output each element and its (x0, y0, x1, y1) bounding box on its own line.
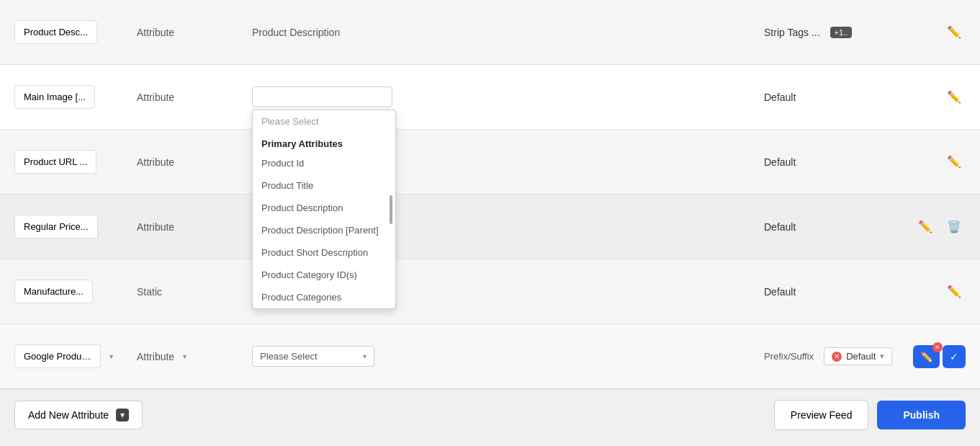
edit-confirm-group: ✏️ ✕ ✓ (913, 345, 966, 368)
col-type-manufacturer: Static (137, 286, 252, 298)
dropdown-option-product-id[interactable]: Product Id (253, 152, 395, 174)
col-type-regular-price: Attribute (137, 221, 252, 233)
tag-default-label: Default (846, 351, 876, 362)
col-actions-regular-price: ✏️ 🗑️ (908, 215, 966, 238)
google-product-arrow[interactable]: ▾ (109, 352, 113, 360)
col-actions-google-product: ✏️ ✕ ✓ (908, 345, 966, 368)
pencil-icon-active: ✏️ (920, 351, 932, 362)
scrollbar (390, 195, 392, 224)
checkmark-icon: ✓ (950, 351, 958, 362)
dropdown-option-product-title[interactable]: Product Title (253, 174, 395, 197)
default-tag: ✕ Default ▾ (824, 347, 892, 365)
field-name-main-image[interactable]: Main Image [... (14, 85, 95, 109)
dropdown-option-product-short-desc[interactable]: Product Short Description (253, 241, 395, 264)
add-new-label: Add New Attribute (28, 409, 109, 421)
pencil-icon-manufacturer: ✏️ (947, 285, 961, 298)
row-product-url: Product URL ... Attribute Default ✏️ (0, 130, 980, 195)
col-field-name-regular-price: Regular Price... (14, 215, 137, 238)
col-actions-manufacturer: ✏️ (908, 280, 966, 303)
google-product-select: Google Product ... ▾ (14, 344, 144, 368)
please-select-arrow: ▾ (363, 352, 367, 360)
field-name-google-product[interactable]: Google Product ... (14, 344, 101, 368)
col-modifier-product-desc: Strip Tags ... +1.. (764, 27, 908, 38)
col-field-name-main-image: Main Image [... (14, 85, 137, 109)
col-actions-product-url: ✏️ (908, 151, 966, 173)
col-modifier-regular-price: Default (764, 221, 908, 233)
modifier-label-main-image: Default (764, 92, 796, 103)
edit-button-manufacturer[interactable]: ✏️ (943, 280, 966, 303)
col-type-product-desc: Attribute (137, 27, 252, 38)
col-modifier-main-image: Default (764, 92, 908, 103)
prefix-suffix-label: Prefix/Suffix (764, 351, 814, 362)
attribute-type-select: Attribute ▾ (137, 351, 252, 362)
modifier-label: Strip Tags ... (764, 27, 820, 38)
delete-button-regular-price[interactable]: 🗑️ (943, 215, 966, 238)
dropdown-option-product-category-ids[interactable]: Product Category ID(s) (253, 264, 395, 286)
col-value-google-product: Please Select ▾ (252, 346, 764, 367)
dropdown-option-product-description[interactable]: Product Description (253, 197, 395, 219)
col-modifier-manufacturer: Default (764, 286, 908, 298)
tag-dropdown-btn[interactable]: ▾ (880, 352, 884, 361)
col-field-name: Product Desc... (14, 20, 137, 44)
modifier-label-regular-price: Default (764, 221, 796, 233)
please-select-dropdown[interactable]: Please Select ▾ (252, 346, 374, 367)
col-type-main-image: Attribute (137, 92, 252, 103)
attribute-type-label: Attribute (137, 351, 174, 362)
col-value-main-image: Please Select Primary Attributes Product… (252, 86, 764, 107)
col-type-google-product: Attribute ▾ (137, 351, 252, 362)
publish-button[interactable]: Publish (877, 401, 966, 429)
edit-active-button[interactable]: ✏️ ✕ (913, 345, 940, 368)
field-name-manufacturer[interactable]: Manufacture... (14, 280, 93, 303)
row-manufacturer: Manufacture... Static Default ✏️ (0, 259, 980, 324)
preview-feed-button[interactable]: Preview Feed (774, 400, 869, 430)
edit-button-main-image[interactable]: ✏️ (943, 86, 966, 108)
col-modifier-google-product: Prefix/Suffix ✕ Default ▾ (764, 347, 908, 365)
col-actions-product-desc: ✏️ (908, 21, 966, 43)
rows-container: Product Desc... Attribute Product Descri… (0, 0, 980, 389)
dropdown-menu: Please Select Primary Attributes Product… (252, 110, 396, 309)
row-google-product: Google Product ... ▾ Attribute ▾ Please … (0, 324, 980, 389)
attribute-type-arrow[interactable]: ▾ (183, 352, 186, 360)
add-new-attribute-button[interactable]: Add New Attribute ▾ (14, 401, 143, 429)
dropdown-container: Please Select Primary Attributes Product… (252, 86, 764, 107)
field-name-regular-price[interactable]: Regular Price... (14, 215, 98, 238)
page-wrapper: Product Desc... Attribute Product Descri… (0, 0, 980, 446)
col-type-product-url: Attribute (137, 156, 252, 168)
col-field-name-product-url: Product URL ... (14, 150, 137, 174)
add-new-arrow-icon: ▾ (116, 409, 129, 422)
row-main-image: Main Image [... Attribute Please Select … (0, 65, 980, 130)
tag-remove-icon[interactable]: ✕ (832, 352, 842, 362)
field-name-product-desc[interactable]: Product Desc... (14, 20, 97, 44)
trash-icon-regular-price: 🗑️ (947, 220, 961, 233)
row-product-desc: Product Desc... Attribute Product Descri… (0, 0, 980, 65)
modifier-label-manufacturer: Default (764, 286, 796, 298)
pencil-icon-regular-price: ✏️ (918, 220, 932, 233)
edit-button-product-url[interactable]: ✏️ (943, 151, 966, 173)
dropdown-option-placeholder[interactable]: Please Select (253, 110, 395, 133)
please-select-label: Please Select (260, 351, 318, 362)
modifier-label-product-url: Default (764, 156, 796, 168)
cancel-badge: ✕ (932, 342, 943, 352)
col-field-name-manufacturer: Manufacture... (14, 280, 137, 303)
field-name-product-url[interactable]: Product URL ... (14, 150, 96, 174)
col-value-product-desc: Product Description (252, 27, 764, 38)
pencil-icon-main-image: ✏️ (947, 90, 961, 104)
modifier-badge[interactable]: +1.. (830, 27, 853, 38)
edit-button-regular-price[interactable]: ✏️ (914, 215, 937, 238)
bottom-bar: Add New Attribute ▾ Preview Feed Publish (0, 389, 980, 440)
pencil-icon: ✏️ (947, 25, 961, 39)
btn-group-right: Preview Feed Publish (774, 400, 966, 430)
confirm-button[interactable]: ✓ (943, 345, 966, 368)
row-regular-price: Regular Price... Attribute Default ✏️ 🗑️ (0, 195, 980, 259)
col-actions-main-image: ✏️ (908, 86, 966, 108)
col-modifier-product-url: Default (764, 156, 908, 168)
dropdown-group-header: Primary Attributes (253, 133, 395, 152)
edit-button-product-desc[interactable]: ✏️ (943, 21, 966, 43)
dropdown-option-product-desc-parent[interactable]: Product Description [Parent] (253, 219, 395, 241)
dropdown-search-input[interactable] (252, 86, 392, 107)
col-field-name-google-product: Google Product ... ▾ (14, 344, 137, 368)
dropdown-option-product-categories[interactable]: Product Categories (253, 286, 395, 308)
pencil-icon-product-url: ✏️ (947, 155, 961, 169)
